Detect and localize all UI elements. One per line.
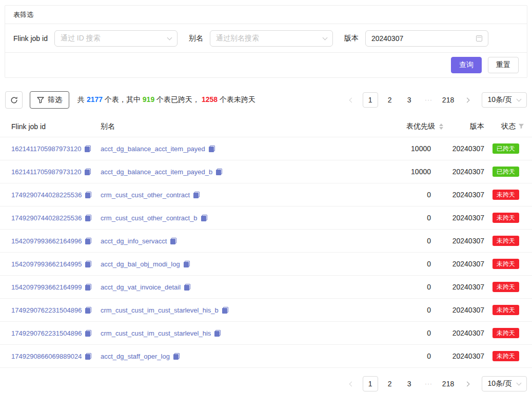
copy-icon[interactable]: [85, 146, 91, 152]
copy-icon[interactable]: [85, 330, 91, 337]
alias-link[interactable]: acct_dg_vat_invoice_detail: [101, 283, 181, 291]
page-button-last[interactable]: 218: [441, 376, 456, 391]
status-cell: 未跨天: [484, 259, 532, 269]
job-id-link[interactable]: 1749290866069889024: [11, 353, 82, 360]
job-id-cell: 1621411705987973120: [0, 168, 101, 176]
version-label: 版本: [344, 34, 359, 43]
priority-cell: 0: [371, 260, 443, 268]
job-id-cell: 1749290762231504896: [0, 306, 101, 314]
job-id-link[interactable]: 1621411705987973120: [11, 145, 81, 153]
alias-link[interactable]: acct_dg_balance_acct_item_payed_b: [101, 168, 212, 176]
job-id-select[interactable]: 通过 ID 搜索: [54, 30, 178, 47]
filter-actions-row: 查询 重置: [5, 53, 527, 77]
job-id-link[interactable]: 1542097993662164996: [11, 237, 82, 245]
job-id-placeholder: 通过 ID 搜索: [61, 34, 101, 43]
alias-cell: crm_cust_cust_im_cust_starlevel_his_b: [101, 306, 371, 314]
copy-icon[interactable]: [85, 238, 91, 244]
copy-icon[interactable]: [85, 169, 91, 175]
copy-icon[interactable]: [214, 330, 221, 337]
header-priority[interactable]: 表优先级: [371, 122, 443, 131]
page-button-2[interactable]: 2: [382, 92, 398, 108]
page-button-1[interactable]: 1: [363, 92, 378, 108]
version-value: 20240307: [371, 34, 403, 43]
page: 表筛选 Flink job id 通过 ID 搜索 别名 通过别名搜索 版本 2…: [0, 5, 532, 393]
table-row: 1749290744028225536 crm_cust_cust_other_…: [0, 206, 532, 230]
table-row: 1621411705987973120 acct_dg_balance_acct…: [0, 160, 532, 183]
status-badge: 已跨天: [492, 143, 519, 154]
alias-link[interactable]: crm_cust_cust_im_cust_starlevel_his_b: [101, 306, 219, 314]
alias-select[interactable]: 通过别名搜索: [210, 30, 333, 47]
page-button-last[interactable]: 218: [441, 92, 456, 108]
job-id-link[interactable]: 1749290762231504896: [11, 306, 82, 314]
reset-button[interactable]: 重置: [488, 57, 519, 73]
alias-cell: crm_cust_cust_other_contract: [101, 191, 371, 199]
filter-button[interactable]: 筛选: [30, 91, 69, 109]
copy-icon[interactable]: [85, 192, 91, 198]
chevron-down-icon: [167, 35, 172, 40]
copy-icon[interactable]: [85, 353, 91, 360]
sort-icon[interactable]: [439, 123, 443, 130]
copy-icon[interactable]: [209, 146, 215, 152]
version-cell: 20240307: [443, 144, 484, 153]
query-button[interactable]: 查询: [451, 57, 482, 73]
copy-icon[interactable]: [201, 215, 207, 221]
column-filter-icon[interactable]: [518, 123, 524, 129]
alias-link[interactable]: acct_dg_info_servacct: [101, 237, 167, 245]
copy-icon[interactable]: [173, 353, 180, 360]
page-button-2[interactable]: 2: [382, 376, 398, 391]
alias-cell: acct_dg_balance_acct_item_payed_b: [101, 168, 371, 176]
copy-icon[interactable]: [222, 307, 228, 314]
copy-icon[interactable]: [85, 261, 91, 267]
refresh-button[interactable]: [5, 91, 23, 109]
alias-cell: crm_cust_cust_im_cust_starlevel_his: [101, 329, 371, 337]
page-button-3[interactable]: 3: [402, 376, 417, 391]
copy-icon[interactable]: [85, 284, 91, 291]
next-page-button[interactable]: [460, 92, 476, 108]
prev-page-button[interactable]: [343, 92, 359, 108]
job-id-link[interactable]: 1542097993662164995: [11, 260, 82, 268]
alias-link[interactable]: crm_cust_cust_other_contract_b: [101, 214, 198, 222]
chevron-down-icon: [517, 97, 522, 102]
copy-icon[interactable]: [193, 192, 200, 198]
chevron-right-icon: [464, 97, 469, 102]
alias-placeholder: 通过别名搜索: [216, 34, 259, 43]
status-badge: 未跨天: [492, 282, 519, 292]
next-page-button[interactable]: [460, 376, 476, 391]
header-status: 状态: [484, 122, 532, 131]
page-ellipsis[interactable]: ···: [421, 92, 437, 108]
prev-page-button[interactable]: [343, 376, 359, 391]
version-date-input[interactable]: 20240307: [365, 30, 488, 47]
alias-link[interactable]: acct_dg_bal_obj_modi_log: [101, 260, 180, 268]
priority-cell: 0: [371, 306, 443, 314]
table-summary: 共 2177 个表，其中 919 个表已跨天， 1258 个表未跨天: [77, 95, 255, 105]
copy-icon[interactable]: [170, 238, 176, 244]
job-id-link[interactable]: 1749290744028225536: [11, 214, 82, 222]
priority-cell: 10000: [371, 144, 443, 153]
page-ellipsis[interactable]: ···: [421, 376, 437, 391]
chevron-down-icon: [322, 35, 327, 40]
copy-icon[interactable]: [184, 261, 190, 267]
copy-icon[interactable]: [85, 215, 91, 221]
table-row: 1542097993662164999 acct_dg_vat_invoice_…: [0, 276, 532, 299]
job-id-link[interactable]: 1542097993662164999: [11, 283, 82, 291]
priority-cell: 0: [371, 191, 443, 199]
page-size-select[interactable]: 10条/页: [482, 376, 527, 391]
copy-icon[interactable]: [85, 307, 91, 314]
alias-link[interactable]: acct_dg_staff_oper_log: [101, 353, 170, 360]
filter-fields-row: Flink job id 通过 ID 搜索 别名 通过别名搜索 版本 20240…: [5, 24, 527, 53]
page-size-select[interactable]: 10条/页: [482, 92, 527, 108]
alias-link[interactable]: crm_cust_cust_other_contract: [101, 191, 190, 199]
status-badge: 未跨天: [492, 213, 519, 223]
job-id-link[interactable]: 1749290762231504896: [11, 329, 82, 337]
status-cell: 已跨天: [484, 167, 532, 177]
alias-link[interactable]: crm_cust_cust_im_cust_starlevel_his: [101, 329, 211, 337]
status-badge: 已跨天: [492, 167, 519, 177]
job-id-link[interactable]: 1621411705987973120: [11, 168, 81, 176]
alias-link[interactable]: acct_dg_balance_acct_item_payed: [101, 145, 205, 153]
status-badge: 未跨天: [492, 190, 519, 200]
page-button-1[interactable]: 1: [363, 376, 378, 391]
copy-icon[interactable]: [184, 284, 190, 291]
copy-icon[interactable]: [216, 169, 222, 175]
job-id-link[interactable]: 1749290744028225536: [11, 191, 82, 199]
page-button-3[interactable]: 3: [402, 92, 417, 108]
